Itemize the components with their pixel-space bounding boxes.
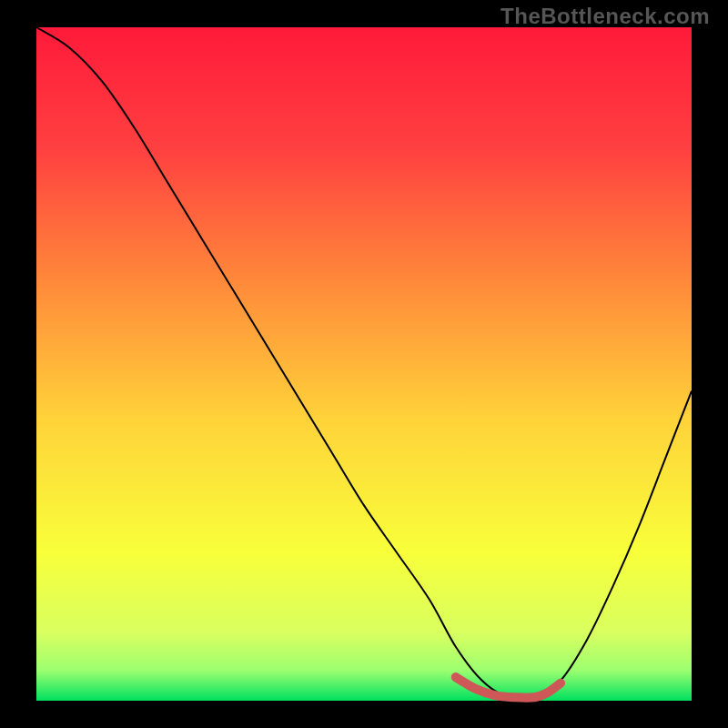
curve-layer (36, 27, 692, 701)
plot-area (36, 27, 692, 701)
valley-highlight (456, 677, 561, 698)
watermark-text: TheBottleneck.com (500, 4, 710, 29)
chart-frame: TheBottleneck.com (0, 0, 728, 728)
bottleneck-curve (36, 27, 692, 700)
